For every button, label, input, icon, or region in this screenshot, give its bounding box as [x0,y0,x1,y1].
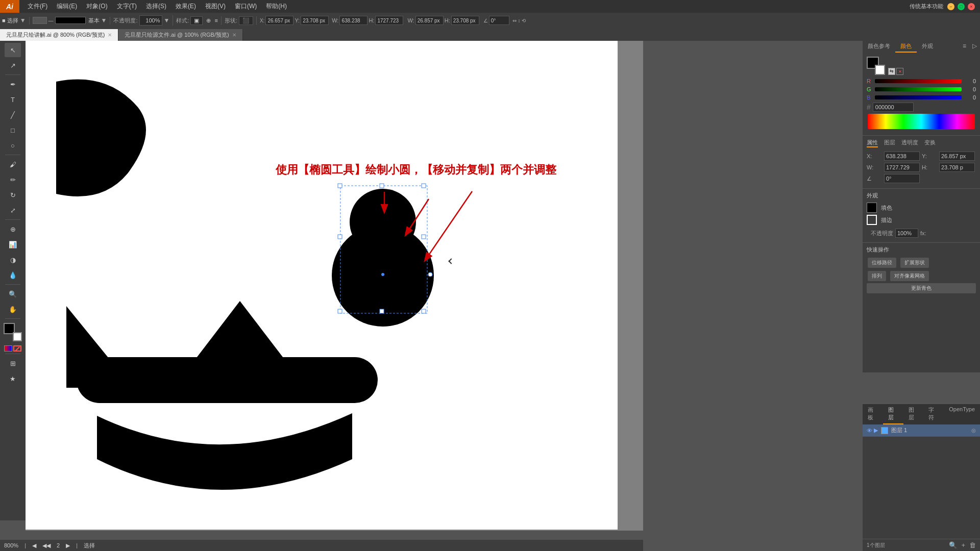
rect-tool[interactable]: □ [5,123,21,137]
props-tab-layers[interactable]: 图层 [884,139,895,147]
layers-tab-char[interactable]: 字符 [923,404,944,424]
g-slider[interactable] [875,87,962,91]
none-icon-small[interactable] [13,345,21,352]
no-color-icon[interactable]: ✕ [896,68,903,75]
blend-tool[interactable]: ⊕ [5,222,21,236]
symbol-tool[interactable]: ★ [5,371,21,386]
zoom-tool[interactable]: 🔍 [5,287,21,301]
layer-lock-icon[interactable]: ▶ [874,427,878,434]
qa-btn-pixel-grid[interactable]: 对齐像素网格 [890,271,929,281]
qa-btn-arrange[interactable]: 排列 [868,271,886,281]
w-coord-input[interactable] [339,16,368,25]
fill-preview[interactable] [33,17,47,24]
layer-search-icon[interactable]: 🔍 [949,541,957,549]
close-button[interactable]: × [968,3,975,10]
menu-help[interactable]: 帮助(H) [262,1,291,12]
layers-tab-layers2[interactable]: 图层 [903,404,924,424]
menu-select[interactable]: 选择(S) [142,1,170,12]
prop-h-input[interactable] [939,163,975,172]
angle-input[interactable] [489,16,509,25]
style-value[interactable]: ▣ [190,16,203,25]
menu-text[interactable]: 文字(T) [113,1,141,12]
b-value: 0 [964,94,976,101]
direct-select-tool[interactable]: ↗ [5,58,21,72]
eyedropper-tool[interactable]: 💧 [5,268,21,282]
background-swatch[interactable] [875,65,885,75]
color-spectrum[interactable] [868,114,975,129]
menu-object[interactable]: 对象(O) [82,1,111,12]
layers-tab-layers[interactable]: 图层 [883,404,903,424]
layer-expand-icon[interactable]: ◎ [971,428,976,433]
tab-source-close[interactable]: ✕ [232,32,236,38]
menu-view[interactable]: 视图(V) [201,1,230,12]
layer-add-icon[interactable]: + [961,541,965,549]
rotate-tool[interactable]: ↻ [5,188,21,202]
style-icon[interactable]: ⊕ [204,17,213,24]
menu-file[interactable]: 文件(F) [23,1,52,12]
outer-fill-swatch[interactable] [867,203,877,213]
chart-tool[interactable]: 📊 [5,237,21,252]
swap-colors-icon[interactable]: ⇆ [888,68,895,75]
menu-window[interactable]: 窗口(W) [231,1,261,12]
h-coord-input[interactable] [375,16,403,25]
w2-input[interactable] [415,16,444,25]
props-tab-attributes[interactable]: 属性 [867,139,878,147]
layer-delete-icon[interactable]: 🗑 [969,541,976,549]
layer-count: 1个图层 [867,542,885,549]
props-tab-transform[interactable]: 变换 [924,139,936,147]
panel-tab-color-ref[interactable]: 颜色参考 [863,41,895,53]
h2-input[interactable] [451,16,479,25]
stroke-swatch-toolbox[interactable] [13,332,22,341]
qa-btn-recolor[interactable]: 更新青色 [867,283,976,293]
layer-eye-icon[interactable]: 👁 [867,428,872,434]
minimize-button[interactable]: − [947,3,954,10]
tab-main-close[interactable]: ✕ [108,32,112,38]
prop-y-input[interactable] [939,152,975,161]
style-icon2[interactable]: ≡ [214,17,217,23]
layers-tab-opentype[interactable]: OpenType [944,404,980,424]
opacity-panel-input[interactable] [895,229,918,238]
paintbrush-tool[interactable]: 🖌 [5,157,21,171]
page-prev-btn[interactable]: ◀ [32,542,36,549]
menu-effect[interactable]: 效果(E) [172,1,200,12]
panel-tab-appearance[interactable]: 外观 [917,41,938,53]
shape-value[interactable]: ⬛ [239,16,253,25]
tab-source[interactable]: 元旦星只绘源文件.ai @ 100% (RGB/预览) ✕ [118,29,242,41]
maximize-button[interactable]: □ [958,3,965,10]
qa-btn-expand[interactable]: 扩展形状 [900,258,929,268]
line-tool[interactable]: ╱ [5,108,21,122]
select-tool[interactable]: ↖ [5,43,21,57]
hex-input[interactable] [873,103,914,112]
menu-edit[interactable]: 编辑(E) [53,1,81,12]
pencil-tool[interactable]: ✏ [5,172,21,187]
opacity-toolbar-input[interactable] [139,15,162,26]
gradient-tool[interactable]: ◑ [5,253,21,267]
y-coord-input[interactable] [301,16,329,25]
panel-tab-color[interactable]: 颜色 [895,41,917,53]
layers-tab-board[interactable]: 画板 [863,404,883,424]
ellipse-tool[interactable]: ○ [5,138,21,153]
page-first-btn[interactable]: ◀◀ [42,542,51,549]
prop-angle-input[interactable] [884,174,920,183]
artboard-tool[interactable]: ⊞ [5,356,21,370]
x-coord-input[interactable] [265,16,293,25]
gradient-icon-small[interactable] [4,345,12,352]
scale-tool[interactable]: ⤢ [5,203,21,217]
b-slider[interactable] [875,95,962,99]
prop-w-input[interactable] [884,163,920,172]
pen-tool[interactable]: ✒ [5,77,21,91]
prop-x-input[interactable] [884,152,920,161]
panel-menu-icon[interactable]: ≡ [960,41,969,53]
props-tab-opacity[interactable]: 透明度 [901,139,918,147]
panel-expand-icon[interactable]: ▷ [969,41,980,53]
canvas-area[interactable]: 使用【椭圆工具】绘制小圆，【移动并复制】两个并调整 [26,41,643,531]
r-slider[interactable] [875,79,962,83]
tab-main[interactable]: 元旦星只绘讲解.ai @ 800% (RGB/预览) ✕ [0,29,118,41]
page-next-btn[interactable]: ▶ [66,542,70,549]
qa-btn-path-offset[interactable]: 位移路径 [868,258,896,268]
hand-tool[interactable]: ✋ [5,302,21,316]
stroke-preview[interactable] [55,17,86,24]
type-tool[interactable]: T [5,92,21,107]
layer-item-1[interactable]: 👁 ▶ 图层 1 ◎ [863,424,980,437]
outer-stroke-swatch[interactable] [867,215,877,225]
